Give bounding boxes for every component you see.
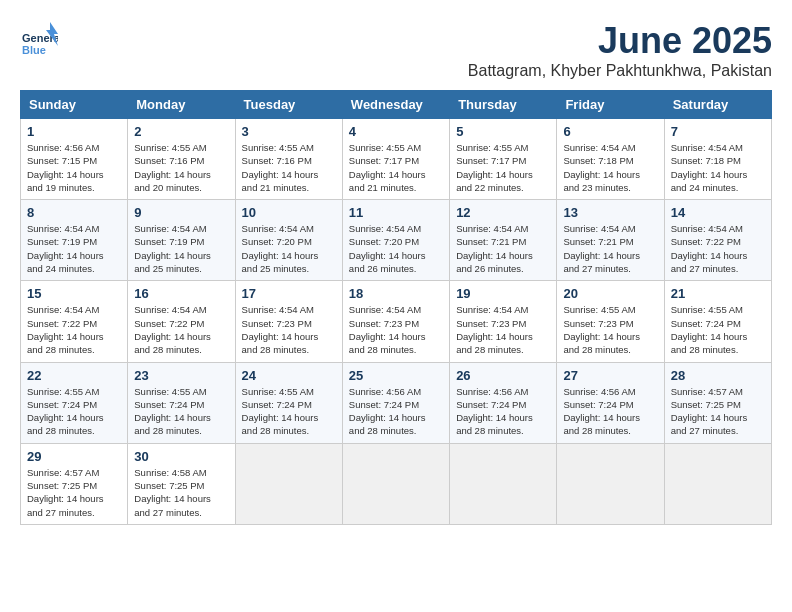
calendar-week-row: 1Sunrise: 4:56 AMSunset: 7:15 PMDaylight… xyxy=(21,119,772,200)
table-row: 20Sunrise: 4:55 AMSunset: 7:23 PMDayligh… xyxy=(557,281,664,362)
col-sunday: Sunday xyxy=(21,91,128,119)
table-row: 15Sunrise: 4:54 AMSunset: 7:22 PMDayligh… xyxy=(21,281,128,362)
table-row: 24Sunrise: 4:55 AMSunset: 7:24 PMDayligh… xyxy=(235,362,342,443)
calendar-week-row: 15Sunrise: 4:54 AMSunset: 7:22 PMDayligh… xyxy=(21,281,772,362)
logo: General Blue xyxy=(20,20,58,58)
table-row: 1Sunrise: 4:56 AMSunset: 7:15 PMDaylight… xyxy=(21,119,128,200)
calendar-header-row: Sunday Monday Tuesday Wednesday Thursday… xyxy=(21,91,772,119)
table-row: 7Sunrise: 4:54 AMSunset: 7:18 PMDaylight… xyxy=(664,119,771,200)
table-row: 12Sunrise: 4:54 AMSunset: 7:21 PMDayligh… xyxy=(450,200,557,281)
table-row: 2Sunrise: 4:55 AMSunset: 7:16 PMDaylight… xyxy=(128,119,235,200)
col-monday: Monday xyxy=(128,91,235,119)
table-row: 11Sunrise: 4:54 AMSunset: 7:20 PMDayligh… xyxy=(342,200,449,281)
svg-text:Blue: Blue xyxy=(22,44,46,56)
col-friday: Friday xyxy=(557,91,664,119)
table-row: 17Sunrise: 4:54 AMSunset: 7:23 PMDayligh… xyxy=(235,281,342,362)
table-row: 3Sunrise: 4:55 AMSunset: 7:16 PMDaylight… xyxy=(235,119,342,200)
table-row: 4Sunrise: 4:55 AMSunset: 7:17 PMDaylight… xyxy=(342,119,449,200)
empty-cell xyxy=(235,443,342,524)
calendar-week-row: 22Sunrise: 4:55 AMSunset: 7:24 PMDayligh… xyxy=(21,362,772,443)
col-wednesday: Wednesday xyxy=(342,91,449,119)
table-row: 29Sunrise: 4:57 AMSunset: 7:25 PMDayligh… xyxy=(21,443,128,524)
location-title: Battagram, Khyber Pakhtunkhwa, Pakistan xyxy=(468,62,772,80)
table-row: 13Sunrise: 4:54 AMSunset: 7:21 PMDayligh… xyxy=(557,200,664,281)
empty-cell xyxy=(557,443,664,524)
table-row: 28Sunrise: 4:57 AMSunset: 7:25 PMDayligh… xyxy=(664,362,771,443)
col-thursday: Thursday xyxy=(450,91,557,119)
month-title: June 2025 xyxy=(468,20,772,62)
table-row: 14Sunrise: 4:54 AMSunset: 7:22 PMDayligh… xyxy=(664,200,771,281)
table-row: 26Sunrise: 4:56 AMSunset: 7:24 PMDayligh… xyxy=(450,362,557,443)
table-row: 30Sunrise: 4:58 AMSunset: 7:25 PMDayligh… xyxy=(128,443,235,524)
table-row: 16Sunrise: 4:54 AMSunset: 7:22 PMDayligh… xyxy=(128,281,235,362)
table-row: 21Sunrise: 4:55 AMSunset: 7:24 PMDayligh… xyxy=(664,281,771,362)
col-tuesday: Tuesday xyxy=(235,91,342,119)
table-row: 22Sunrise: 4:55 AMSunset: 7:24 PMDayligh… xyxy=(21,362,128,443)
calendar-week-row: 8Sunrise: 4:54 AMSunset: 7:19 PMDaylight… xyxy=(21,200,772,281)
empty-cell xyxy=(664,443,771,524)
empty-cell xyxy=(450,443,557,524)
calendar-week-row: 29Sunrise: 4:57 AMSunset: 7:25 PMDayligh… xyxy=(21,443,772,524)
table-row: 18Sunrise: 4:54 AMSunset: 7:23 PMDayligh… xyxy=(342,281,449,362)
page-header: General Blue June 2025 Battagram, Khyber… xyxy=(20,20,772,80)
table-row: 27Sunrise: 4:56 AMSunset: 7:24 PMDayligh… xyxy=(557,362,664,443)
table-row: 10Sunrise: 4:54 AMSunset: 7:20 PMDayligh… xyxy=(235,200,342,281)
table-row: 9Sunrise: 4:54 AMSunset: 7:19 PMDaylight… xyxy=(128,200,235,281)
title-block: June 2025 Battagram, Khyber Pakhtunkhwa,… xyxy=(468,20,772,80)
empty-cell xyxy=(342,443,449,524)
table-row: 19Sunrise: 4:54 AMSunset: 7:23 PMDayligh… xyxy=(450,281,557,362)
table-row: 6Sunrise: 4:54 AMSunset: 7:18 PMDaylight… xyxy=(557,119,664,200)
col-saturday: Saturday xyxy=(664,91,771,119)
table-row: 25Sunrise: 4:56 AMSunset: 7:24 PMDayligh… xyxy=(342,362,449,443)
table-row: 23Sunrise: 4:55 AMSunset: 7:24 PMDayligh… xyxy=(128,362,235,443)
calendar-table: Sunday Monday Tuesday Wednesday Thursday… xyxy=(20,90,772,525)
logo-icon: General Blue xyxy=(20,20,58,58)
table-row: 5Sunrise: 4:55 AMSunset: 7:17 PMDaylight… xyxy=(450,119,557,200)
table-row: 8Sunrise: 4:54 AMSunset: 7:19 PMDaylight… xyxy=(21,200,128,281)
